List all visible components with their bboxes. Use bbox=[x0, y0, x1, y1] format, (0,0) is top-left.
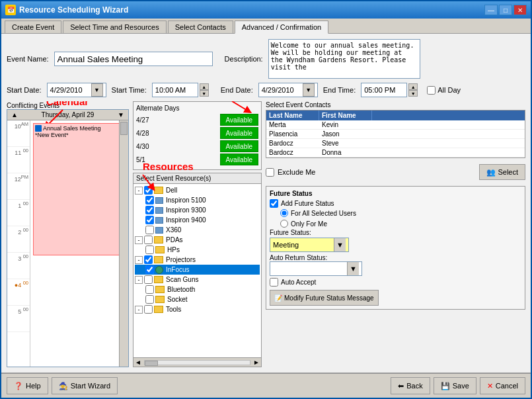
tree-item-bluetooth[interactable]: Bluetooth bbox=[135, 285, 260, 294]
all-day-checkbox[interactable] bbox=[427, 86, 436, 95]
scanguns-checkbox[interactable] bbox=[144, 275, 153, 284]
auto-return-dropdown[interactable]: ▼ bbox=[270, 261, 362, 276]
hscroll-thumb[interactable] bbox=[145, 361, 158, 366]
start-time-up[interactable]: ▲ bbox=[200, 83, 209, 90]
start-date-dropdown-btn[interactable]: ▼ bbox=[91, 83, 103, 97]
only-me-radio[interactable] bbox=[280, 220, 288, 228]
inspiron5100-checkbox[interactable] bbox=[145, 196, 154, 204]
avail-btn-0[interactable]: Available bbox=[220, 114, 258, 126]
select-contacts-button[interactable]: 👥 Select bbox=[479, 164, 525, 180]
inspiron9300-checkbox[interactable] bbox=[145, 206, 154, 214]
help-button[interactable]: ❓ Help bbox=[7, 377, 48, 394]
x360-checkbox[interactable] bbox=[145, 226, 154, 234]
end-time-spinner[interactable]: ▲ ▼ bbox=[408, 83, 418, 97]
calendar-scrollbar[interactable] bbox=[119, 120, 128, 367]
for-all-radio[interactable] bbox=[280, 209, 288, 217]
scanguns-toggle[interactable]: - bbox=[135, 276, 143, 284]
minimize-button[interactable]: — bbox=[484, 5, 498, 15]
dell-checkbox[interactable] bbox=[144, 186, 153, 195]
tree-item-inspiron5100[interactable]: Inspiron 5100 bbox=[135, 195, 260, 205]
inspiron9400-checkbox[interactable] bbox=[145, 216, 154, 224]
title-bar: 📅 Resource Scheduling Wizard — □ ✕ bbox=[1, 1, 531, 19]
event-name-display: Annual Sales Meeting bbox=[43, 125, 101, 132]
pdas-toggle[interactable]: - bbox=[135, 236, 143, 244]
future-status-dropdown[interactable]: Meeting ▼ bbox=[270, 238, 349, 252]
tree-item-tools[interactable]: - Tools bbox=[135, 304, 260, 314]
calendar-event[interactable]: Annual Sales Meeting *New Event* bbox=[33, 123, 126, 255]
bluetooth-checkbox[interactable] bbox=[145, 285, 154, 294]
save-label: Save bbox=[453, 382, 469, 390]
scanguns-folder-icon bbox=[154, 276, 163, 283]
pdas-checkbox[interactable] bbox=[144, 236, 153, 244]
tools-toggle[interactable]: - bbox=[135, 306, 143, 314]
infocus-checkbox[interactable] bbox=[145, 265, 154, 274]
tab-contacts[interactable]: Select Contacts bbox=[168, 21, 233, 33]
hps-label: HPs bbox=[167, 246, 180, 253]
cancel-button[interactable]: ✕ Cancel bbox=[480, 377, 525, 394]
description-input[interactable]: Welcome to our annual sales meeting. We … bbox=[268, 39, 420, 79]
tab-create-event[interactable]: Create Event bbox=[5, 21, 61, 33]
close-button[interactable]: ✕ bbox=[513, 5, 527, 15]
tree-item-infocus[interactable]: InFocus bbox=[135, 265, 260, 275]
cal-prev-btn[interactable]: ▲ bbox=[9, 111, 20, 118]
alt-days-panel: Alternate Days 4/27 Available 4/28 Avail… bbox=[133, 101, 262, 170]
tree-item-scanguns[interactable]: - Scan Guns bbox=[135, 275, 260, 285]
contact-row-1[interactable]: Plasencia Jason bbox=[266, 130, 525, 139]
avail-btn-1[interactable]: Available bbox=[220, 127, 258, 139]
tree-item-inspiron9400[interactable]: Inspiron 9400 bbox=[135, 215, 260, 225]
modify-future-status-button[interactable]: 📝 Modify Future Status Message bbox=[270, 290, 379, 306]
contact-row-0[interactable]: Merta Kevin bbox=[266, 120, 525, 130]
start-date-field[interactable]: 4/29/2010 ▼ bbox=[47, 83, 106, 97]
start-time-down[interactable]: ▼ bbox=[200, 90, 209, 97]
exclude-me-checkbox[interactable] bbox=[266, 168, 274, 177]
hscroll-left[interactable]: ◄ bbox=[133, 359, 143, 366]
tab-select-time[interactable]: Select Time and Resources bbox=[63, 21, 167, 33]
dell-toggle[interactable]: - bbox=[135, 187, 143, 195]
all-day-label: All Day bbox=[437, 86, 461, 94]
start-time-field[interactable]: 10:00 AM bbox=[152, 83, 198, 97]
inspiron9400-icon bbox=[155, 217, 163, 224]
avail-btn-2[interactable]: Available bbox=[220, 140, 258, 152]
auto-accept-checkbox[interactable] bbox=[270, 278, 278, 287]
auto-return-arrow[interactable]: ▼ bbox=[347, 262, 359, 275]
add-future-checkbox[interactable] bbox=[270, 199, 278, 208]
status-dropdown-arrow[interactable]: ▼ bbox=[334, 238, 346, 251]
tree-item-x360[interactable]: X360 bbox=[135, 225, 260, 235]
projectors-toggle[interactable]: - bbox=[135, 256, 143, 264]
tree-item-socket[interactable]: Socket bbox=[135, 294, 260, 304]
end-time-down[interactable]: ▼ bbox=[408, 90, 418, 97]
tab-advanced[interactable]: Advanced / Confirmation bbox=[235, 21, 328, 34]
event-name-input[interactable]: Annual Sales Meeting bbox=[54, 52, 213, 66]
contact-row-3[interactable]: Bardocz Donna bbox=[266, 148, 525, 157]
select-label: Select bbox=[498, 168, 518, 176]
contact-row-2[interactable]: Bardocz Steve bbox=[266, 139, 525, 148]
end-time-field[interactable]: 05:00 PM bbox=[361, 83, 407, 97]
inspiron9300-label: Inspiron 9300 bbox=[166, 206, 206, 214]
start-time-spinner[interactable]: ▲ ▼ bbox=[200, 83, 209, 97]
maximize-button[interactable]: □ bbox=[499, 5, 512, 15]
tree-item-projectors[interactable]: - Projectors bbox=[135, 255, 260, 265]
tools-checkbox[interactable] bbox=[144, 305, 153, 314]
tree-item-hps[interactable]: HPs bbox=[135, 245, 260, 255]
end-time-up[interactable]: ▲ bbox=[408, 83, 418, 90]
end-date-field[interactable]: 4/29/2010 ▼ bbox=[258, 83, 318, 97]
cal-next-btn[interactable]: ▼ bbox=[115, 111, 127, 118]
tree-item-inspiron9300[interactable]: Inspiron 9300 bbox=[135, 205, 260, 215]
hscroll-right[interactable]: ► bbox=[252, 359, 261, 366]
end-date-dropdown-btn[interactable]: ▼ bbox=[303, 83, 315, 97]
save-button[interactable]: 💾 Save bbox=[434, 377, 476, 394]
alt-day-row-2: 4/30 Available bbox=[136, 140, 258, 152]
projectors-checkbox[interactable] bbox=[144, 255, 153, 264]
start-wizard-button[interactable]: 🧙 Start Wizard bbox=[52, 377, 118, 394]
avail-btn-3[interactable]: Available bbox=[220, 154, 258, 165]
time-5: 5 00 bbox=[7, 306, 30, 332]
tree-item-dell[interactable]: - Dell bbox=[135, 185, 260, 195]
contact-first-1: Jason bbox=[319, 130, 372, 138]
tree-item-pdas[interactable]: - PDAs bbox=[135, 235, 260, 245]
back-button[interactable]: ⬅ Back bbox=[391, 377, 430, 394]
time-12pm: 12PM bbox=[7, 173, 30, 200]
socket-checkbox[interactable] bbox=[145, 295, 154, 304]
resources-tree[interactable]: - Dell Inspiron 5100 bbox=[133, 184, 261, 357]
hps-checkbox[interactable] bbox=[145, 245, 154, 254]
resources-hscroll[interactable]: ◄ ► bbox=[133, 357, 261, 367]
